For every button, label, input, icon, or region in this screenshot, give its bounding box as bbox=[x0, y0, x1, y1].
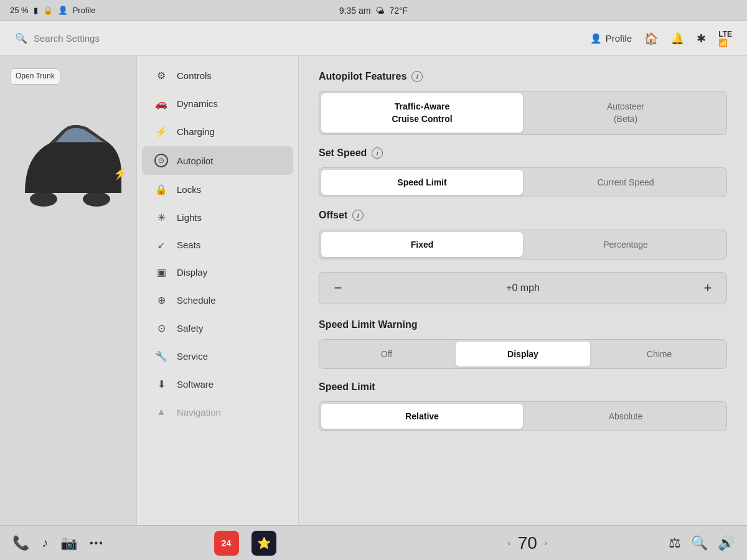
offset-minus-button[interactable]: − bbox=[319, 273, 357, 304]
offset-plus-button[interactable]: + bbox=[689, 273, 726, 304]
music-icon[interactable]: ♪ bbox=[42, 536, 48, 550]
bluetooth-icon: ✱ bbox=[697, 32, 706, 45]
lights-icon: ✳ bbox=[154, 212, 168, 223]
current-speed-option[interactable]: Current Speed bbox=[525, 168, 726, 197]
taskbar-right: ⚖ 🔍 🔊 bbox=[669, 535, 735, 551]
seats-icon: ↙ bbox=[154, 240, 168, 250]
search-icon: 🔍 bbox=[15, 32, 27, 44]
phone-icon[interactable]: 📞 bbox=[12, 535, 29, 551]
content-row: Open Trunk ⚡ ⚙ bbox=[0, 56, 747, 525]
more-dots-icon[interactable]: ••• bbox=[90, 538, 104, 549]
speed-display: 70 bbox=[518, 533, 537, 553]
taskbar-center: 24 ⭐ bbox=[104, 531, 387, 556]
equalizer-icon[interactable]: ⚖ bbox=[669, 535, 681, 551]
open-trunk-button[interactable]: Open Trunk bbox=[10, 68, 60, 85]
sidebar-item-locks[interactable]: 🔒 Locks bbox=[142, 176, 293, 203]
sidebar-item-safety[interactable]: ⊙ Safety bbox=[142, 315, 293, 342]
sidebar-item-lights[interactable]: ✳ Lights bbox=[142, 204, 293, 231]
speed-limit-option[interactable]: Speed Limit bbox=[321, 170, 523, 195]
taskbar-left: 📞 ♪ 📷 ••• bbox=[12, 535, 104, 551]
star-app-icon[interactable]: ⭐ bbox=[251, 531, 276, 556]
sidebar: ⚙ Controls 🚗 Dynamics ⚡ Charging ⊙ Autop… bbox=[137, 56, 299, 525]
profile-icon-status: 👤 bbox=[58, 6, 68, 15]
speed-limit-title: Speed Limit bbox=[319, 381, 727, 393]
relative-option[interactable]: Relative bbox=[321, 404, 523, 429]
warning-chime-option[interactable]: Chime bbox=[592, 340, 726, 368]
sidebar-item-dynamics[interactable]: 🚗 Dynamics bbox=[142, 90, 293, 117]
autopilot-features-info-icon[interactable]: i bbox=[411, 71, 423, 82]
autosteer-button[interactable]: Autosteer(Beta) bbox=[525, 91, 726, 134]
dynamics-icon: 🚗 bbox=[154, 98, 168, 110]
sidebar-label-navigation: Navigation bbox=[177, 407, 221, 418]
sidebar-label-lights: Lights bbox=[177, 212, 202, 223]
speed-limit-warning-title: Speed Limit Warning bbox=[319, 319, 727, 330]
home-icon: 🏠 bbox=[644, 32, 658, 45]
sidebar-label-autopilot: Autopilot bbox=[177, 156, 213, 166]
software-icon: ⬇ bbox=[154, 378, 168, 390]
status-weather-icon: 🌤 bbox=[375, 6, 384, 16]
sidebar-item-seats[interactable]: ↙ Seats bbox=[142, 232, 293, 258]
locks-icon: 🔒 bbox=[154, 184, 168, 195]
main-container: 🔍 👤 Profile 🏠 🔔 ✱ LTE📶 Open Trunk bbox=[0, 21, 747, 525]
bell-icon: 🔔 bbox=[670, 32, 684, 45]
sidebar-item-service[interactable]: 🔧 Service bbox=[142, 343, 293, 370]
taskbar-speed-area: ‹ 70 › bbox=[386, 533, 669, 553]
offset-title: Offset i bbox=[319, 210, 727, 221]
status-bar-left: 25 % ▮ 🔒 👤 Profile bbox=[10, 6, 96, 15]
volume-icon[interactable]: 🔊 bbox=[718, 535, 735, 551]
top-bar: 🔍 👤 Profile 🏠 🔔 ✱ LTE📶 bbox=[0, 21, 747, 56]
absolute-option[interactable]: Absolute bbox=[525, 402, 726, 431]
offset-stepper: − +0 mph + bbox=[319, 272, 727, 304]
profile-button[interactable]: 👤 Profile bbox=[590, 33, 632, 44]
left-panel: Open Trunk ⚡ bbox=[0, 56, 137, 525]
set-speed-group: Speed Limit Current Speed bbox=[319, 167, 727, 197]
sidebar-item-schedule[interactable]: ⊕ Schedule bbox=[142, 287, 293, 314]
warning-off-option[interactable]: Off bbox=[319, 340, 454, 368]
offset-info-icon[interactable]: i bbox=[352, 210, 364, 221]
autopilot-features-group: Traffic-AwareCruise Control Autosteer(Be… bbox=[319, 91, 727, 135]
search-input[interactable] bbox=[34, 33, 171, 44]
sidebar-label-controls: Controls bbox=[177, 70, 212, 81]
sidebar-item-controls[interactable]: ⚙ Controls bbox=[142, 62, 293, 89]
sidebar-item-software[interactable]: ⬇ Software bbox=[142, 371, 293, 398]
controls-icon: ⚙ bbox=[154, 70, 168, 82]
sidebar-item-charging[interactable]: ⚡ Charging bbox=[142, 118, 293, 145]
profile-label: Profile bbox=[606, 33, 632, 44]
sidebar-item-display[interactable]: ▣ Display bbox=[142, 259, 293, 286]
sidebar-item-navigation[interactable]: ▲ Navigation bbox=[142, 399, 293, 425]
fixed-option[interactable]: Fixed bbox=[321, 232, 523, 257]
status-profile-label: Profile bbox=[73, 6, 96, 15]
status-time: 9:35 am bbox=[339, 6, 371, 16]
set-speed-info-icon[interactable]: i bbox=[372, 147, 383, 159]
car-svg: ⚡ bbox=[12, 93, 125, 218]
speed-limit-group: Relative Absolute bbox=[319, 401, 727, 431]
profile-icon: 👤 bbox=[590, 33, 602, 44]
camera-icon[interactable]: 📷 bbox=[60, 535, 77, 551]
sidebar-label-schedule: Schedule bbox=[177, 295, 216, 306]
signal-icon: LTE📶 bbox=[718, 30, 732, 47]
offset-group: Fixed Percentage bbox=[319, 230, 727, 259]
svg-point-1 bbox=[83, 192, 110, 207]
warning-display-option[interactable]: Display bbox=[456, 342, 590, 366]
calendar-app-icon[interactable]: 24 bbox=[214, 531, 239, 556]
sidebar-label-charging: Charging bbox=[177, 126, 215, 137]
svg-point-0 bbox=[30, 192, 57, 207]
percentage-option[interactable]: Percentage bbox=[525, 230, 726, 259]
status-bar-center: 9:35 am 🌤 72°F bbox=[339, 6, 408, 16]
speed-limit-warning-group: Off Display Chime bbox=[319, 339, 727, 369]
sidebar-label-seats: Seats bbox=[177, 240, 200, 250]
autopilot-features-title: Autopilot Features i bbox=[319, 71, 727, 82]
sidebar-item-autopilot[interactable]: ⊙ Autopilot bbox=[142, 146, 293, 175]
lock-status-icon: 🔒 bbox=[43, 6, 53, 15]
speed-left-arrow[interactable]: ‹ bbox=[508, 539, 510, 548]
search-taskbar-icon[interactable]: 🔍 bbox=[691, 535, 708, 551]
status-bar: 25 % ▮ 🔒 👤 Profile 9:35 am 🌤 72°F bbox=[0, 0, 747, 21]
tacc-button[interactable]: Traffic-AwareCruise Control bbox=[321, 93, 523, 133]
sidebar-label-software: Software bbox=[177, 379, 214, 390]
set-speed-title: Set Speed i bbox=[319, 147, 727, 159]
battery-percentage: 25 % bbox=[10, 6, 29, 15]
status-temperature: 72°F bbox=[389, 6, 408, 16]
offset-value: +0 mph bbox=[357, 282, 689, 294]
battery-icon: ▮ bbox=[34, 6, 38, 15]
speed-right-arrow[interactable]: › bbox=[545, 539, 547, 548]
